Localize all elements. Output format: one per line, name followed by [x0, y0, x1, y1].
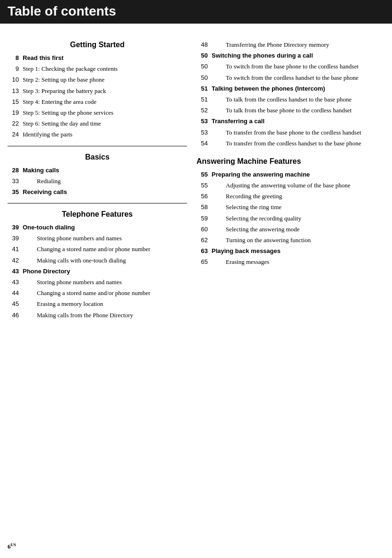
- entry-text: Step 1: Checking the package contents: [23, 65, 187, 73]
- entry-page-number: 44: [8, 289, 23, 297]
- list-item: 8Read this first: [8, 54, 187, 62]
- entry-page-number: 62: [196, 236, 212, 245]
- telephone-list: 39One-touch dialing39Storing phone numbe…: [8, 223, 187, 320]
- list-item: 9Step 1: Checking the package contents: [8, 65, 187, 73]
- list-item: 51Talking between the phones (Intercom): [196, 85, 384, 93]
- entry-page-number: 55: [196, 181, 212, 190]
- list-item: 28Making calls: [8, 166, 187, 175]
- entry-page-number: 13: [8, 87, 23, 95]
- entry-page-number: 45: [8, 300, 23, 308]
- list-item: 48Transferring the Phone Directory memor…: [196, 41, 384, 49]
- list-item: 45Erasing a memory location: [8, 300, 187, 308]
- entry-page-number: 22: [8, 119, 23, 128]
- list-item: 59Selecting the recording quality: [196, 214, 384, 223]
- entry-text: Receiving calls: [23, 188, 187, 196]
- entry-text: To talk from the cordless handset to the…: [212, 95, 384, 104]
- entry-page-number: 48: [196, 41, 212, 49]
- entry-text: Erasing messages: [212, 258, 384, 266]
- entry-text: Selecting the answering mode: [212, 225, 384, 234]
- entry-page-number: 41: [8, 245, 23, 254]
- entry-text: To transfer from the cordless handset to…: [212, 139, 384, 148]
- entry-text: Step 3: Preparing the battery pack: [23, 87, 187, 95]
- entry-page-number: 51: [196, 85, 212, 93]
- entry-page-number: 58: [196, 203, 212, 211]
- entry-text: Phone Directory: [23, 267, 187, 276]
- list-item: 60Selecting the answering mode: [196, 225, 384, 234]
- list-item: 53To transfer from the base phone to the…: [196, 128, 384, 137]
- entry-page-number: 54: [196, 139, 212, 148]
- page-footer: 6US: [8, 542, 16, 550]
- list-item: 41Changing a stored name and/or phone nu…: [8, 245, 187, 254]
- list-item: 15Step 4: Entering the area code: [8, 98, 187, 106]
- list-item: 53Transferring a call: [196, 117, 384, 126]
- entry-text: Recording the greeting: [212, 192, 384, 201]
- list-item: 55Preparing the answering machine: [196, 170, 384, 179]
- entry-page-number: 9: [8, 65, 23, 73]
- entry-text: Switching the phones during a call: [212, 51, 384, 60]
- entry-page-number: 50: [196, 62, 212, 71]
- section-title-getting-started: Getting Started: [8, 41, 187, 49]
- page-header: Table of contents: [0, 0, 392, 24]
- list-item: 46Making calls from the Phone Directory: [8, 311, 187, 320]
- list-item: 62Turning on the answering function: [196, 236, 384, 245]
- entry-page-number: 50: [196, 74, 212, 82]
- entry-text: Step 4: Entering the area code: [23, 98, 187, 106]
- entry-page-number: 19: [8, 109, 23, 117]
- entry-text: Storing phone numbers and names: [23, 278, 187, 287]
- list-item: 22Step 6: Setting the day and time: [8, 119, 187, 128]
- list-item: 35Receiving calls: [8, 188, 187, 196]
- right-section2-list: 55Preparing the answering machine55Adjus…: [196, 170, 384, 267]
- entry-page-number: 65: [196, 258, 212, 266]
- list-item: 50Switching the phones during a call: [196, 51, 384, 60]
- entry-page-number: 50: [196, 51, 212, 60]
- list-item: 50To switch from the base phone to the c…: [196, 62, 384, 71]
- entry-page-number: 8: [8, 54, 23, 62]
- list-item: 51To talk from the cordless handset to t…: [196, 95, 384, 104]
- entry-text: Changing a stored name and/or phone numb…: [23, 289, 187, 297]
- entry-text: Turning on the answering function: [212, 236, 384, 245]
- entry-page-number: 43: [8, 278, 23, 287]
- entry-page-number: 39: [8, 234, 23, 243]
- entry-page-number: 39: [8, 223, 23, 232]
- entry-text: Erasing a memory location: [23, 300, 187, 308]
- section-title-telephone: Telephone Features: [8, 210, 187, 219]
- entry-text: Changing a stored name and/or phone numb…: [23, 245, 187, 254]
- section-title-basics: Basics: [8, 153, 187, 161]
- entry-page-number: 35: [8, 188, 23, 196]
- list-item: 52To talk from the base phone to the cor…: [196, 106, 384, 115]
- entry-text: To talk from the base phone to the cordl…: [212, 106, 384, 115]
- entry-text: To switch from the cordless handset to t…: [212, 74, 384, 82]
- entry-page-number: 52: [196, 106, 212, 115]
- entry-page-number: 63: [196, 247, 212, 255]
- list-item: 55Adjusting the answering volume of the …: [196, 181, 384, 190]
- entry-page-number: 28: [8, 166, 23, 175]
- list-item: 43Phone Directory: [8, 267, 187, 276]
- list-item: 56Recording the greeting: [196, 192, 384, 201]
- list-item: 54To transfer from the cordless handset …: [196, 139, 384, 148]
- entry-page-number: 24: [8, 130, 23, 139]
- entry-text: One-touch dialing: [23, 223, 187, 232]
- list-item: 39Storing phone numbers and names: [8, 234, 187, 243]
- entry-text: Playing back messages: [212, 247, 384, 255]
- right-section1-list: 48Transferring the Phone Directory memor…: [196, 41, 384, 148]
- entry-text: Storing phone numbers and names: [23, 234, 187, 243]
- entry-text: Redialing: [23, 177, 187, 186]
- list-item: 63Playing back messages: [196, 247, 384, 255]
- page-title: Table of contents: [8, 4, 384, 19]
- right-column: 48Transferring the Phone Directory memor…: [196, 33, 384, 322]
- footer-page-number: 6US: [8, 542, 16, 550]
- entry-text: Step 2: Setting up the base phone: [23, 76, 187, 84]
- entry-text: Making calls with one-touch dialing: [23, 256, 187, 265]
- entry-page-number: 51: [196, 95, 212, 104]
- entry-text: To transfer from the base phone to the c…: [212, 128, 384, 137]
- entry-text: Preparing the answering machine: [212, 170, 384, 179]
- list-item: 10Step 2: Setting up the base phone: [8, 76, 187, 84]
- entry-page-number: 56: [196, 192, 212, 201]
- entry-page-number: 42: [8, 256, 23, 265]
- basics-list: 28Making calls33Redialing35Receiving cal…: [8, 166, 187, 197]
- section-title-answering: Answering Machine Features: [196, 157, 384, 166]
- entry-page-number: 60: [196, 225, 212, 234]
- entry-page-number: 43: [8, 267, 23, 276]
- list-item: 50To switch from the cordless handset to…: [196, 74, 384, 82]
- list-item: 44Changing a stored name and/or phone nu…: [8, 289, 187, 297]
